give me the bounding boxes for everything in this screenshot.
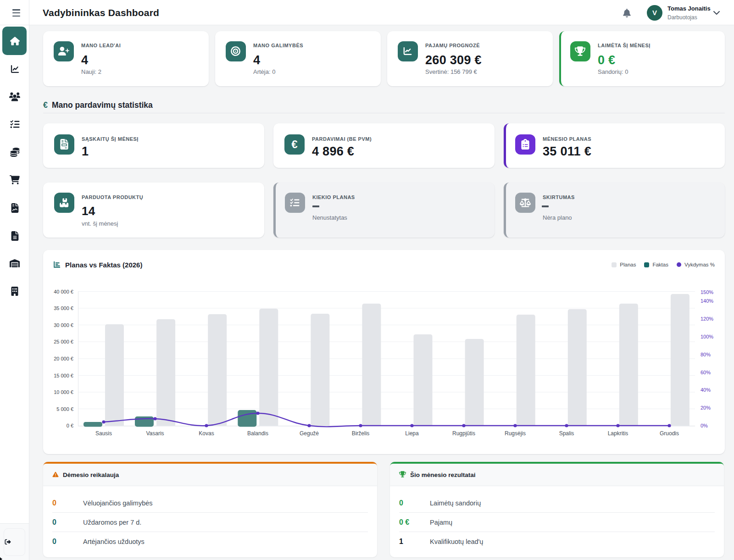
svg-text:60%: 60% [701,370,711,375]
svg-text:Liepa: Liepa [405,430,419,437]
svg-text:20%: 20% [701,405,711,410]
svg-text:35 000 €: 35 000 € [54,305,73,311]
svg-text:120%: 120% [701,316,713,322]
svg-text:Rugsėjis: Rugsėjis [505,430,526,437]
svg-text:Sausis: Sausis [95,430,112,437]
svg-text:Spalis: Spalis [559,430,574,437]
svg-text:Vasaris: Vasaris [146,430,164,437]
svg-text:25 000 €: 25 000 € [54,339,73,344]
svg-text:80%: 80% [701,352,711,357]
svg-text:140%: 140% [701,298,713,304]
svg-text:20 000 €: 20 000 € [54,356,73,361]
svg-text:Rugpjūtis: Rugpjūtis [452,430,475,437]
svg-text:Balandis: Balandis [247,430,268,437]
svg-text:Kovas: Kovas [199,430,214,437]
svg-text:40%: 40% [701,387,711,393]
svg-text:Gruodis: Gruodis [660,430,679,437]
svg-text:Birželis: Birželis [352,430,370,437]
svg-text:0%: 0% [701,423,708,428]
svg-text:0 €: 0 € [67,423,73,428]
svg-text:15 000 €: 15 000 € [54,373,73,378]
svg-text:30 000 €: 30 000 € [54,322,73,328]
svg-text:10 000 €: 10 000 € [54,389,73,395]
svg-text:Gegužė: Gegužė [300,430,319,437]
svg-text:5 000 €: 5 000 € [56,406,73,412]
svg-text:100%: 100% [701,334,713,339]
svg-text:40 000 €: 40 000 € [54,289,73,294]
svg-text:Lapkritis: Lapkritis [608,430,628,437]
svg-text:150%: 150% [701,289,713,295]
